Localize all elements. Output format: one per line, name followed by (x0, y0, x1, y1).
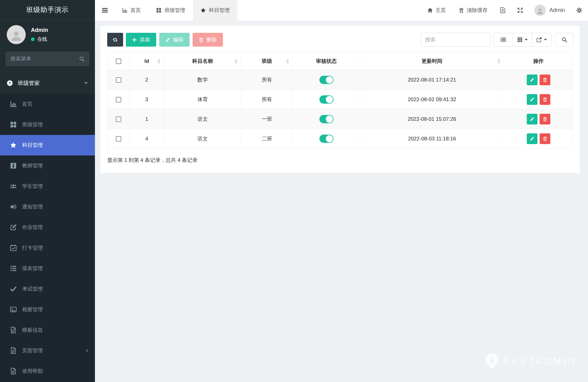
caret-down-icon (544, 39, 547, 40)
row-edit-button[interactable] (527, 133, 537, 144)
sidebar-item-album-mgmt[interactable]: 相册管理 (0, 299, 95, 320)
sidebar-item-notice-mgmt[interactable]: 通知管理 (0, 197, 95, 217)
column-header-id[interactable]: Id (130, 52, 164, 70)
sidebar-section-class-butler[interactable]: 班级管家 (0, 72, 95, 94)
sidebar-item-subject-mgmt[interactable]: 科目管理 (0, 135, 95, 155)
file-icon (10, 347, 17, 354)
search-toggle-button[interactable] (556, 33, 573, 47)
search-icon[interactable] (79, 56, 85, 62)
table-search-input[interactable] (420, 33, 490, 47)
sidebar-item-homework-mgmt[interactable]: 作业管理 (0, 217, 95, 238)
row-checkbox[interactable] (116, 136, 121, 142)
row-delete-button[interactable] (540, 94, 550, 105)
sidebar-item-label: 科目管理 (22, 142, 43, 149)
sort-icon[interactable] (497, 59, 500, 63)
table-row[interactable]: 4 语文 二班 2022-08-03 11:18:16 (107, 129, 573, 149)
sidebar-item-home[interactable]: 首页 (0, 94, 95, 114)
column-header-subject[interactable]: 科目名称 (164, 52, 241, 70)
app-title: 班级助手演示 (0, 0, 95, 20)
column-header-status[interactable]: 审核状态 (293, 52, 360, 70)
detail-view-button[interactable] (493, 33, 513, 47)
trash-icon (543, 117, 547, 121)
table-row[interactable]: 3 体育 所有 2022-08-02 09:41:32 (107, 90, 573, 109)
sidebar: 班级助手演示 Admin 在线 班级管家 首页 班级管理 (0, 0, 95, 382)
edit-square-icon (10, 224, 17, 231)
row-checkbox[interactable] (116, 117, 121, 122)
user-menu[interactable]: Admin (529, 0, 571, 21)
sidebar-item-help[interactable]: 使用帮助 (0, 361, 95, 381)
row-delete-button[interactable] (540, 133, 550, 144)
table-row[interactable]: 2 数学 所有 2022-08-01 17:14:21 (107, 70, 573, 90)
status-toggle[interactable] (319, 115, 334, 123)
avatar[interactable] (7, 25, 26, 44)
pencil-icon (165, 37, 170, 42)
column-label: Id (144, 58, 149, 64)
row-checkbox[interactable] (116, 97, 121, 102)
sidebar-item-exam-mgmt[interactable]: 考试管理 (0, 279, 95, 299)
home-link[interactable]: 主页 (421, 0, 452, 21)
select-all-checkbox[interactable] (116, 59, 121, 64)
settings-button[interactable] (571, 0, 588, 21)
sidebar-item-page-mgmt[interactable]: 页面管理 (0, 340, 95, 361)
check-icon (10, 286, 17, 292)
row-delete-button[interactable] (540, 114, 550, 124)
sort-icon[interactable] (235, 59, 238, 63)
column-header-actions: 操作 (504, 52, 573, 70)
sidebar-item-student-mgmt[interactable]: 学生管理 (0, 176, 95, 197)
column-header-class[interactable]: 班级 (241, 52, 293, 70)
row-edit-button[interactable] (527, 94, 537, 105)
clear-cache-label: 清除缓存 (467, 7, 488, 14)
export-dropdown-button[interactable] (532, 33, 552, 47)
tab-subject-mgmt[interactable]: 科目管理 (193, 0, 237, 21)
tab-home[interactable]: 首页 (115, 0, 149, 21)
row-delete-button[interactable] (540, 74, 550, 85)
row-edit-button[interactable] (527, 114, 537, 124)
delete-button[interactable]: 删除 (193, 33, 223, 47)
grid-icon (10, 121, 17, 128)
table-row[interactable]: 1 语文 一班 2022-08-01 15:07:26 (107, 109, 573, 129)
columns-dropdown-button[interactable] (513, 33, 532, 47)
cell-subject: 语文 (164, 129, 241, 149)
sidebar-item-class-mgmt[interactable]: 班级管理 (0, 114, 95, 135)
column-label: 班级 (262, 58, 272, 64)
add-button[interactable]: 添加 (126, 33, 156, 47)
sidebar-item-form-mgmt[interactable]: 填表管理 (0, 258, 95, 279)
sidebar-item-label: 班级管理 (22, 121, 43, 128)
column-header-updated[interactable]: 更新时间 (360, 52, 504, 70)
sidebar-search (6, 52, 89, 66)
cell-subject: 语文 (164, 109, 241, 129)
language-button[interactable] (494, 0, 511, 21)
clear-cache-link[interactable]: 清除缓存 (452, 0, 494, 21)
file-icon (10, 368, 17, 374)
status-toggle[interactable] (319, 135, 334, 143)
cell-updated: 2022-08-02 09:41:32 (360, 90, 504, 109)
expand-icon (517, 7, 523, 13)
status-toggle[interactable] (319, 76, 334, 84)
sidebar-item-checkin-mgmt[interactable]: 打卡管理 (0, 238, 95, 258)
calendar-check-icon (10, 245, 17, 251)
tab-class-mgmt[interactable]: 班级管理 (149, 0, 193, 21)
sort-icon[interactable] (286, 59, 289, 63)
refresh-button[interactable] (107, 33, 123, 47)
row-edit-button[interactable] (527, 74, 537, 85)
cell-subject: 数学 (164, 70, 241, 90)
sidebar-search-input[interactable] (10, 56, 79, 62)
sidebar-item-template-info[interactable]: 模板信息 (0, 320, 95, 340)
export-icon (537, 37, 542, 42)
sort-icon[interactable] (157, 59, 160, 63)
watermark-text: FASTADMIN (504, 356, 577, 367)
chevron-down-icon (84, 81, 88, 85)
cell-id: 2 (130, 70, 164, 90)
person-icon (536, 7, 544, 15)
edit-button[interactable]: 编辑 (159, 33, 190, 47)
row-checkbox[interactable] (116, 77, 121, 83)
record-summary: 显示第 1 到第 4 条记录，总共 4 条记录 (107, 157, 573, 164)
sidebar-toggle-button[interactable] (95, 0, 115, 21)
sidebar-item-teacher-mgmt[interactable]: 教师管理 (0, 155, 95, 176)
trash-icon (459, 8, 464, 13)
bar-chart-icon (122, 8, 127, 13)
table-toolbar: 添加 编辑 删除 (107, 33, 573, 47)
fullscreen-button[interactable] (511, 0, 529, 21)
trash-icon (199, 37, 204, 42)
status-toggle[interactable] (319, 95, 334, 104)
